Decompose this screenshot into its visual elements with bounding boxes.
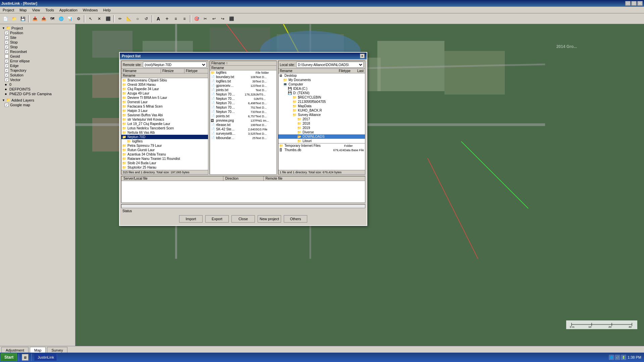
new-project-button[interactable]: New project bbox=[258, 215, 281, 223]
list-item[interactable]: 📁 KUHO_BACK.R bbox=[278, 108, 365, 113]
list-item[interactable]: 📁 Azantiua 34 Chibla Tiranu bbox=[121, 152, 208, 157]
taskbar-justinlink[interactable]: JustinLink bbox=[35, 354, 57, 361]
list-item[interactable]: 📄 joints.txt Text D... bbox=[210, 88, 276, 92]
list-item[interactable]: 📄 Neptun 70D.txt 6,498 Text D... bbox=[210, 101, 276, 105]
folder-icon: 📁 bbox=[297, 126, 302, 130]
files-middle-panel: Filename ↑ Rename 📁 logfiles File folder… bbox=[210, 61, 277, 175]
local-rename-row: Rename Filetype Last bbox=[278, 69, 365, 73]
system-tray: 🌐 🔊 🔋 bbox=[609, 355, 626, 360]
local-panel-header: Local site: D:\Survey Alliance\DOWNLOADS… bbox=[278, 61, 365, 69]
list-item-downloads[interactable]: 📂 DOWNLOADS bbox=[278, 134, 365, 139]
local-panel: Local site: D:\Survey Alliance\DOWNLOADS… bbox=[278, 61, 365, 175]
list-item[interactable]: 📁 Temporary Internet Files Folder bbox=[278, 143, 365, 148]
start-button[interactable]: Start bbox=[1, 353, 17, 361]
remote-filetype-col: Filetype bbox=[184, 69, 208, 73]
dialog-close-button[interactable]: × bbox=[360, 54, 365, 58]
folder-icon: 📁 bbox=[292, 96, 297, 99]
list-item[interactable]: 📄 points.txt 6,757 Text D... bbox=[210, 114, 276, 118]
remote-filename-col: Filename bbox=[121, 69, 161, 73]
file-panels: Remote site: (root)/Neptun 70D Filename … bbox=[121, 61, 365, 175]
list-item[interactable]: 📁 MapData bbox=[278, 104, 365, 108]
list-item-neptun[interactable]: 📁 Neptun 70D bbox=[121, 135, 208, 139]
list-item[interactable]: 📁 Brancoveanu Ctiparii Sibiu bbox=[121, 78, 208, 82]
folder-icon: 📁 bbox=[292, 109, 297, 112]
list-item[interactable]: 📄 tdboundary.txt 25 Text D... bbox=[210, 136, 276, 140]
folder-icon: 📁 bbox=[122, 96, 127, 100]
local-file-list[interactable]: 📁 Temporary Internet Files Folder 🗄 Thum… bbox=[278, 143, 365, 170]
server-local-col: Server/Local file bbox=[121, 176, 223, 181]
list-item[interactable]: 📄 Neptun 70D.jmtpb 176,328 JMT0... bbox=[210, 92, 276, 97]
list-item[interactable]: 💾 D: (TEKNI) bbox=[278, 91, 365, 95]
dialog-status-label: Status bbox=[121, 209, 365, 213]
dialog-overlay: Project list × Remote site: (root)/Neptu… bbox=[0, 0, 644, 362]
list-item[interactable]: 📄 Neptun 70D.txt 751 Text D... bbox=[210, 105, 276, 110]
list-item[interactable]: 📁 Petra Spirescu 79 Laur bbox=[121, 143, 208, 148]
list-item[interactable]: 📁 My Documents bbox=[278, 78, 365, 82]
others-button[interactable]: Others bbox=[284, 215, 307, 223]
list-item[interactable]: 📁 Faclacara 5 Mihai Scen bbox=[121, 104, 208, 109]
folder-icon: 📁 bbox=[122, 83, 127, 86]
local-path-select[interactable]: D:\Survey Alliance\DOWNLOADS\ bbox=[296, 62, 364, 68]
folder-icon: 📁 bbox=[211, 71, 215, 74]
list-item[interactable]: 📁 Nettula 66 Vas Alb bbox=[121, 130, 208, 135]
list-item[interactable]: 📄 gpsreceivers.txt 123 Text D... bbox=[210, 83, 276, 88]
remote-file-list[interactable]: 📁 Brancoveanu Ctiparii Sibiu 📁 Onesti 30… bbox=[121, 78, 208, 170]
desktop-icon: 🖥 bbox=[279, 74, 284, 77]
list-item[interactable]: 📄 rtlease.txt 199 Text D... bbox=[210, 123, 276, 127]
list-item[interactable]: 🖼 preview.png 137 PNG Im... bbox=[210, 118, 276, 123]
drive-icon: 💾 bbox=[288, 87, 292, 90]
list-item[interactable]: 📄 Neptun 70D.jmtpb-journal 0 JMT0... bbox=[210, 97, 276, 101]
list-item[interactable]: 📁 Lotus Nedelcu Tancoberti Scen bbox=[121, 126, 208, 130]
export-button[interactable]: Export bbox=[205, 215, 229, 223]
list-item[interactable]: 📁 Dornesti Laur bbox=[121, 100, 208, 104]
close-dialog-button[interactable]: Close bbox=[231, 215, 255, 223]
list-item[interactable]: 📄 logfiles.txt 39 Text D... bbox=[210, 79, 276, 83]
list-item[interactable]: 📁 Savionei Buffos Vas Abi bbox=[121, 113, 208, 117]
file-icon: 📄 bbox=[211, 97, 215, 101]
list-item[interactable]: 📁 Diverse bbox=[278, 130, 365, 134]
middle-file-list[interactable]: 📁 logfiles File folder 📄 boundary.txt 10… bbox=[210, 70, 276, 174]
list-item[interactable]: 📁 Lot 19_27 Cluj Rapedie Laur bbox=[121, 122, 208, 126]
local-filetype-label: Filetype bbox=[339, 69, 351, 73]
folder-icon: 📁 bbox=[122, 118, 127, 121]
list-item[interactable]: 📁 $RECYCLEBIN bbox=[278, 95, 365, 100]
list-item[interactable]: 📁 211305f0f5b04705 bbox=[278, 100, 365, 104]
list-item[interactable]: 💾 IDEA (C:) bbox=[278, 86, 365, 91]
db-icon: 🗄 bbox=[279, 148, 284, 152]
list-item[interactable]: 📁 2017 bbox=[278, 117, 365, 121]
list-item[interactable]: 📄 boundary.txt 106 Text D... bbox=[210, 75, 276, 79]
list-item[interactable]: 📄 SK-42 Stereo 70 Geod&lys 2,640 3GS Fil… bbox=[210, 127, 276, 131]
file-icon: 📄 bbox=[211, 93, 215, 96]
file-icon: 📄 bbox=[211, 79, 215, 83]
list-item[interactable]: 📁 Cluj Rapedie 34 Laur bbox=[121, 87, 208, 91]
import-button[interactable]: Import bbox=[179, 215, 203, 223]
list-item[interactable]: 📁 Stuptoilor 25 Harau bbox=[121, 165, 208, 170]
list-item[interactable]: 📄 surveysettings.txt 3,525 Text D... bbox=[210, 131, 276, 136]
middle-filename-col: Filename ↑ bbox=[211, 61, 275, 65]
folder-icon: 📁 bbox=[122, 92, 127, 95]
list-item[interactable]: 📁 Onesti 3054 Harau bbox=[121, 82, 208, 87]
list-item[interactable]: 📁 Deviere TI BRlA km 5 Laur bbox=[121, 96, 208, 100]
list-item[interactable]: 📁 Litouri bbox=[278, 139, 365, 143]
local-label: Local site: bbox=[280, 63, 295, 67]
list-item[interactable]: 📁 Stoib 24 Buda Laur bbox=[121, 161, 208, 165]
list-item[interactable]: 💻 Computer bbox=[278, 82, 365, 86]
list-item[interactable]: 📁 Ratarare Nanu Tiraniei 11 Roundist bbox=[121, 157, 208, 161]
list-item[interactable]: 📁 Azuga 49 Laur bbox=[121, 91, 208, 96]
list-item[interactable]: 📁 str Vartejului Veli Kovacs bbox=[121, 117, 208, 122]
list-item[interactable]: 📄 Neptun 70D_1.txt 733 Text D... bbox=[210, 110, 276, 114]
list-item[interactable]: 🖥 Desktop bbox=[278, 73, 365, 78]
list-item[interactable]: 📁 logfiles bbox=[121, 139, 208, 143]
list-item[interactable]: 📁 Survey Alliance bbox=[278, 113, 365, 117]
list-item[interactable]: 📁 Hatpin 3 Laur bbox=[121, 109, 208, 113]
taskbar-icon-desktop[interactable]: 🖥 bbox=[22, 354, 29, 361]
folder-icon: 📁 bbox=[122, 109, 127, 113]
list-item[interactable]: 📁 2018 bbox=[278, 121, 365, 126]
remote-path-select[interactable]: (root)/Neptun 70D bbox=[143, 62, 207, 68]
list-item[interactable]: 📁 Rutun Giursti Laur bbox=[121, 148, 208, 152]
list-item[interactable]: 📁 2019 bbox=[278, 126, 365, 130]
list-item[interactable]: 🗄 Thumbs.db 679,424 Data Base File bbox=[278, 148, 365, 152]
local-tree[interactable]: 🖥 Desktop 📁 My Documents 💻 Computer bbox=[278, 73, 365, 143]
folder-icon: 📁 bbox=[292, 104, 297, 108]
list-item[interactable]: 📁 logfiles File folder bbox=[210, 70, 276, 75]
